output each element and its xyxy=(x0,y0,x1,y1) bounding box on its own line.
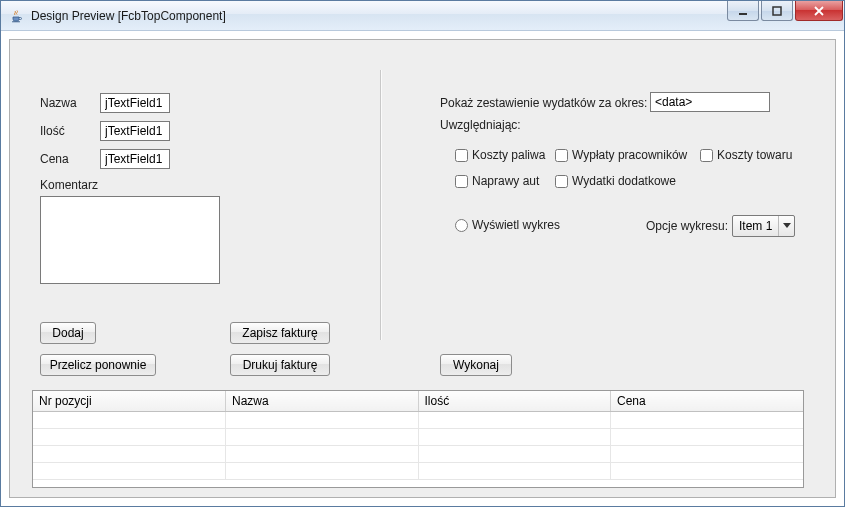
radio-wykres[interactable]: Wyświetl wykres xyxy=(455,218,560,232)
chevron-down-icon xyxy=(778,216,794,236)
titlebar[interactable]: Design Preview [FcbTopComponent] xyxy=(1,1,844,31)
period-field[interactable] xyxy=(650,92,770,112)
check-paliwo-box[interactable] xyxy=(455,149,468,162)
check-naprawy-box[interactable] xyxy=(455,175,468,188)
nazwa-field[interactable] xyxy=(100,93,170,113)
maximize-button[interactable] xyxy=(761,1,793,21)
komentarz-area[interactable] xyxy=(40,196,220,284)
opcje-combo[interactable]: Item 1 xyxy=(732,215,795,237)
col-cena[interactable]: Cena xyxy=(611,391,804,412)
window-buttons xyxy=(727,1,844,21)
check-paliwo[interactable]: Koszty paliwa xyxy=(455,148,545,162)
minimize-button[interactable] xyxy=(727,1,759,21)
table-grid: Nr pozycji Nazwa Ilość Cena xyxy=(33,391,803,480)
vertical-separator xyxy=(380,70,382,340)
col-nrpozycji[interactable]: Nr pozycji xyxy=(33,391,226,412)
label-ilosc: Ilość xyxy=(40,124,65,138)
table-row[interactable] xyxy=(33,412,803,429)
check-wyplaty[interactable]: Wypłaty pracowników xyxy=(555,148,687,162)
main-panel: Nazwa Ilość Cena Komentarz Dodaj Zapisz … xyxy=(9,39,836,498)
cena-field[interactable] xyxy=(100,149,170,169)
radio-wykres-label: Wyświetl wykres xyxy=(472,218,560,232)
radio-wykres-dot[interactable] xyxy=(455,219,468,232)
check-dodatkowe[interactable]: Wydatki dodatkowe xyxy=(555,174,676,188)
ilosc-field[interactable] xyxy=(100,121,170,141)
check-dodatkowe-label: Wydatki dodatkowe xyxy=(572,174,676,188)
svg-rect-1 xyxy=(739,13,747,15)
window-title: Design Preview [FcbTopComponent] xyxy=(31,9,226,23)
label-opcje: Opcje wykresu: xyxy=(646,219,728,233)
table-row[interactable] xyxy=(33,463,803,480)
svg-rect-2 xyxy=(773,7,781,15)
check-naprawy[interactable]: Naprawy aut xyxy=(455,174,539,188)
dodaj-button[interactable]: Dodaj xyxy=(40,322,96,344)
svg-rect-0 xyxy=(12,21,20,22)
table[interactable]: Nr pozycji Nazwa Ilość Cena xyxy=(32,390,804,488)
wykonaj-button[interactable]: Wykonaj xyxy=(440,354,512,376)
window-frame: Design Preview [FcbTopComponent] Nazwa I… xyxy=(0,0,845,507)
label-nazwa: Nazwa xyxy=(40,96,77,110)
col-nazwa[interactable]: Nazwa xyxy=(226,391,419,412)
check-towar-box[interactable] xyxy=(700,149,713,162)
java-cup-icon xyxy=(9,8,25,24)
check-dodatkowe-box[interactable] xyxy=(555,175,568,188)
opcje-combo-value: Item 1 xyxy=(739,219,772,233)
table-row[interactable] xyxy=(33,446,803,463)
zapisz-button[interactable]: Zapisz fakturę xyxy=(230,322,330,344)
przelicz-button[interactable]: Przelicz ponownie xyxy=(40,354,156,376)
check-paliwo-label: Koszty paliwa xyxy=(472,148,545,162)
check-wyplaty-label: Wypłaty pracowników xyxy=(572,148,687,162)
check-towar[interactable]: Koszty towaru xyxy=(700,148,792,162)
drukuj-button[interactable]: Drukuj fakturę xyxy=(230,354,330,376)
label-consider: Uwzględniając: xyxy=(440,118,521,132)
label-cena: Cena xyxy=(40,152,69,166)
label-period: Pokaż zestawienie wydatków za okres: xyxy=(440,96,647,110)
close-button[interactable] xyxy=(795,1,843,21)
label-komentarz: Komentarz xyxy=(40,178,98,192)
check-wyplaty-box[interactable] xyxy=(555,149,568,162)
col-ilosc[interactable]: Ilość xyxy=(418,391,611,412)
client-area: Nazwa Ilość Cena Komentarz Dodaj Zapisz … xyxy=(1,31,844,506)
check-naprawy-label: Naprawy aut xyxy=(472,174,539,188)
check-towar-label: Koszty towaru xyxy=(717,148,792,162)
table-row[interactable] xyxy=(33,429,803,446)
